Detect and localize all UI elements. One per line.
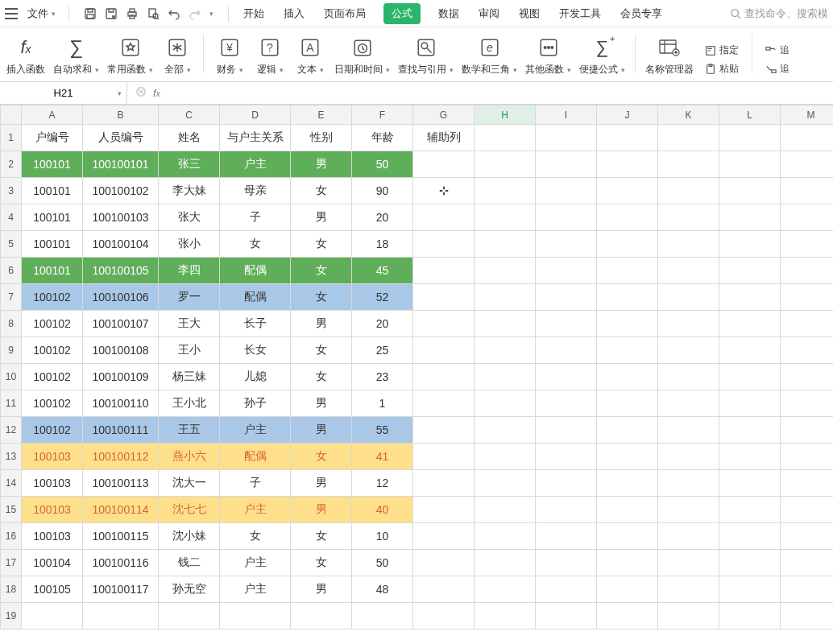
cell[interactable]: 100101 bbox=[22, 258, 83, 284]
cell[interactable]: 100100107 bbox=[83, 311, 159, 337]
cell[interactable] bbox=[781, 497, 834, 523]
row-header[interactable]: 6 bbox=[1, 258, 22, 284]
cell[interactable]: 子 bbox=[220, 470, 291, 497]
ribbon-assign[interactable]: 指定 bbox=[702, 43, 742, 58]
cell[interactable]: 王小北 bbox=[159, 390, 220, 417]
ribbon-paste[interactable]: 粘贴 bbox=[702, 61, 742, 76]
cell[interactable]: 户主 bbox=[220, 576, 291, 603]
cell[interactable]: 年龄 bbox=[352, 125, 413, 151]
ribbon-insert-function[interactable]: fx 插入函数 bbox=[6, 35, 45, 76]
cell[interactable] bbox=[413, 497, 475, 523]
cell[interactable]: 女 bbox=[291, 550, 352, 576]
row-header[interactable]: 3 bbox=[1, 178, 22, 204]
cell[interactable]: 100101 bbox=[22, 151, 83, 178]
cell[interactable] bbox=[475, 178, 536, 204]
cancel-icon[interactable] bbox=[135, 86, 147, 100]
cell[interactable]: 户主 bbox=[220, 417, 291, 444]
row-header[interactable]: 14 bbox=[1, 470, 22, 497]
col-header[interactable]: D bbox=[220, 105, 291, 125]
cell[interactable]: 100104 bbox=[22, 550, 83, 576]
cell[interactable]: 女 bbox=[291, 337, 352, 364]
cell[interactable] bbox=[781, 178, 834, 204]
cell[interactable] bbox=[781, 337, 834, 364]
cell[interactable] bbox=[719, 390, 781, 417]
ribbon-lookup[interactable]: 查找与引用 bbox=[398, 35, 454, 76]
row-header[interactable]: 8 bbox=[1, 311, 22, 337]
cell[interactable]: 女 bbox=[291, 523, 352, 550]
cell[interactable] bbox=[413, 444, 475, 470]
cell[interactable] bbox=[719, 231, 781, 258]
cell[interactable] bbox=[781, 603, 834, 630]
cell[interactable]: 12 bbox=[352, 470, 413, 497]
row-header[interactable]: 13 bbox=[1, 444, 22, 470]
cell[interactable]: 母亲 bbox=[220, 178, 291, 204]
row-header[interactable]: 12 bbox=[1, 417, 22, 444]
cell[interactable] bbox=[597, 231, 658, 258]
cell[interactable]: 100100117 bbox=[83, 576, 159, 603]
cell[interactable] bbox=[413, 178, 475, 204]
cell[interactable]: 50 bbox=[352, 151, 413, 178]
cell[interactable] bbox=[597, 523, 658, 550]
cell[interactable]: 女 bbox=[291, 258, 352, 284]
ribbon-logical[interactable]: ? 逻辑 bbox=[254, 35, 286, 76]
cell[interactable] bbox=[658, 178, 719, 204]
cell[interactable] bbox=[658, 204, 719, 231]
cell[interactable] bbox=[475, 390, 536, 417]
row-header[interactable]: 10 bbox=[1, 364, 22, 390]
cell[interactable]: 配偶 bbox=[220, 444, 291, 470]
cell[interactable]: 男 bbox=[291, 497, 352, 523]
tab-review[interactable]: 审阅 bbox=[477, 3, 501, 24]
qat-more-icon[interactable]: ▾ bbox=[209, 10, 213, 18]
cell[interactable] bbox=[719, 284, 781, 311]
cell[interactable] bbox=[413, 603, 475, 630]
cell[interactable]: 45 bbox=[352, 258, 413, 284]
cell[interactable]: 100103 bbox=[22, 523, 83, 550]
cell[interactable] bbox=[536, 125, 597, 151]
cell[interactable]: 100100102 bbox=[83, 178, 159, 204]
formula-input[interactable] bbox=[168, 82, 833, 104]
cell[interactable] bbox=[658, 576, 719, 603]
cell[interactable]: 100100110 bbox=[83, 390, 159, 417]
cell[interactable] bbox=[597, 390, 658, 417]
cell[interactable]: 90 bbox=[352, 178, 413, 204]
cell[interactable]: 燕小六 bbox=[159, 444, 220, 470]
select-all-corner[interactable] bbox=[1, 105, 22, 125]
cell[interactable] bbox=[475, 550, 536, 576]
cell[interactable] bbox=[597, 550, 658, 576]
cell[interactable] bbox=[475, 364, 536, 390]
cell[interactable]: 100103 bbox=[22, 470, 83, 497]
fx-icon[interactable]: fx bbox=[153, 87, 160, 99]
cell[interactable]: 50 bbox=[352, 550, 413, 576]
cell[interactable]: 100102 bbox=[22, 284, 83, 311]
row-header[interactable]: 19 bbox=[1, 603, 22, 630]
cell[interactable] bbox=[475, 204, 536, 231]
cell[interactable] bbox=[413, 523, 475, 550]
cell[interactable]: 王大 bbox=[159, 311, 220, 337]
ribbon-all-fn[interactable]: 全部 bbox=[161, 35, 193, 76]
cell[interactable] bbox=[475, 125, 536, 151]
row-header[interactable]: 1 bbox=[1, 125, 22, 151]
ribbon-autosum[interactable]: ∑ 自动求和 bbox=[53, 35, 99, 76]
save-icon[interactable] bbox=[84, 7, 97, 20]
col-header[interactable]: B bbox=[83, 105, 159, 125]
cell[interactable]: 男 bbox=[291, 576, 352, 603]
cell[interactable]: 100100111 bbox=[83, 417, 159, 444]
cell[interactable] bbox=[658, 550, 719, 576]
cell[interactable]: 女 bbox=[291, 284, 352, 311]
cell[interactable] bbox=[597, 603, 658, 630]
cell[interactable]: 罗一 bbox=[159, 284, 220, 311]
row-header[interactable]: 9 bbox=[1, 337, 22, 364]
cell[interactable]: 100103 bbox=[22, 497, 83, 523]
cell[interactable]: 户主 bbox=[220, 550, 291, 576]
cell[interactable] bbox=[719, 603, 781, 630]
col-header[interactable]: F bbox=[352, 105, 413, 125]
save-as-icon[interactable] bbox=[105, 7, 118, 20]
cell[interactable] bbox=[658, 470, 719, 497]
cell[interactable] bbox=[658, 231, 719, 258]
cell[interactable] bbox=[413, 311, 475, 337]
cell[interactable] bbox=[475, 337, 536, 364]
cell[interactable]: 48 bbox=[352, 576, 413, 603]
cell[interactable] bbox=[413, 258, 475, 284]
cell[interactable] bbox=[413, 151, 475, 178]
cell[interactable] bbox=[536, 603, 597, 630]
